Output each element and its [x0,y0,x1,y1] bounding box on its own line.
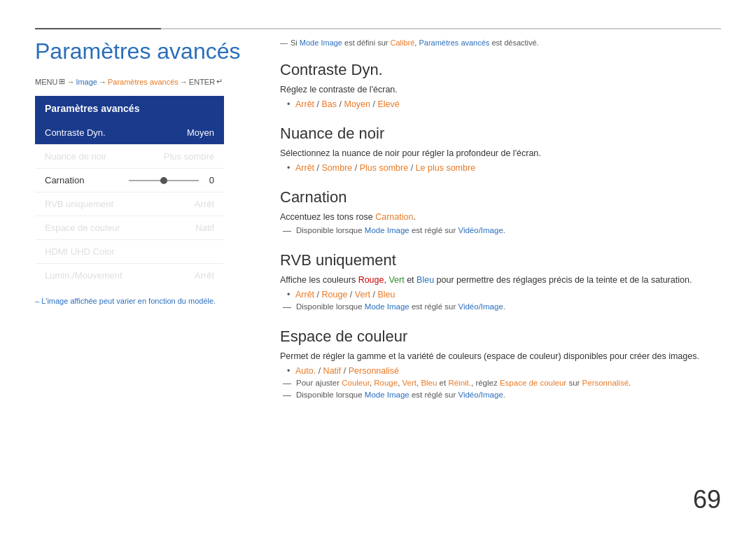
section-rvb-bullets: Arrêt / Rouge / Vert / Bleu [280,290,721,300]
menu-note: – L'image affichée peut varier en foncti… [35,297,248,305]
breadcrumb-params: Paramètres avancés [108,78,178,86]
section-nuance-bullet1: Arrêt / Sombre / Plus sombre / Le plus s… [287,163,721,173]
section-nuance-bullets: Arrêt / Sombre / Plus sombre / Le plus s… [280,163,721,173]
section-carnation-title: Carnation [280,188,721,206]
carnation-link: Carnation [375,212,413,222]
menu-item-nuance-label: Nuance de noir [45,151,106,162]
section-contraste-bullet1: Arrêt / Bas / Moyen / Elevé [287,99,721,109]
carnation-slider-thumb [160,177,167,184]
breadcrumb-image: Image [76,78,97,86]
menu-header: Paramètres avancés [35,96,224,121]
menu-item-espace-value: Natif [195,223,214,233]
breadcrumb-arrow2: → [99,78,106,86]
carnation-slider-track[interactable] [129,180,199,181]
menu-item-contraste-value: Moyen [187,127,214,138]
top-note-calibre: Calibré [390,38,414,47]
page-number: 69 [693,485,721,514]
menu-item-espace[interactable]: Espace de couleur Natif [35,216,224,240]
breadcrumb-enter: ENTER [189,78,215,86]
right-column: — Si Mode Image est défini sur Calibré, … [280,38,721,416]
section-nuance-desc: Sélectionnez la nuance de noir pour régl… [280,147,721,160]
section-nuance-title: Nuance de noir [280,125,721,143]
menu-item-nuance[interactable]: Nuance de noir Plus sombre [35,145,224,169]
menu-item-nuance-value: Plus sombre [164,151,214,162]
menu-item-lumin[interactable]: Lumin./Mouvement Arrêt [35,264,224,287]
left-column: Paramètres avancés MENU ⊞ → Image → Para… [35,38,248,305]
menu-item-rvb[interactable]: RVB uniquement Arrêt [35,192,224,216]
top-note-params: Paramètres avancés [419,38,489,47]
menu-item-rvb-value: Arrêt [195,199,214,209]
section-rvb-bullet1: Arrêt / Rouge / Vert / Bleu [287,290,721,300]
section-espace-note2: — Disponible lorsque Mode Image est régl… [280,391,721,400]
breadcrumb-arrow1: → [66,78,74,86]
breadcrumb-icon1: ⊞ [59,77,65,86]
menu-item-carnation-label: Carnation [45,175,84,185]
section-carnation-note: — Disponible lorsque Mode Image est régl… [280,226,721,236]
section-contraste-title: Contraste Dyn. [280,61,721,79]
page-title: Paramètres avancés [35,38,248,64]
section-contraste: Contraste Dyn. Réglez le contraste de l'… [280,61,721,109]
menu-item-espace-label: Espace de couleur [45,223,120,233]
menu-item-lumin-label: Lumin./Mouvement [45,270,122,281]
top-note-text: Si Mode Image est défini sur Calibré, Pa… [290,38,539,47]
menu-item-hdmi[interactable]: HDMI UHD Color [35,240,224,264]
breadcrumb-enter-icon: ↵ [216,77,223,86]
breadcrumb-arrow3: → [180,78,188,86]
section-espace-bullet1: Auto. / Natif / Personnalisé [287,366,721,376]
section-espace-title: Espace de couleur [280,328,721,346]
section-nuance: Nuance de noir Sélectionnez la nuance de… [280,125,721,173]
section-rvb-note: — Disponible lorsque Mode Image est régl… [280,302,721,312]
section-carnation: Carnation Accentuez les tons rose Carnat… [280,188,721,237]
menu-item-hdmi-label: HDMI UHD Color [45,246,115,257]
top-note-mode-image: Mode Image [300,38,342,47]
section-contraste-desc: Réglez le contraste de l'écran. [280,83,721,97]
menu-item-carnation[interactable]: Carnation 0 [35,169,224,192]
breadcrumb: MENU ⊞ → Image → Paramètres avancés → EN… [35,77,248,86]
section-contraste-bullets: Arrêt / Bas / Moyen / Elevé [280,99,721,109]
top-accent-line [35,28,161,29]
menu-item-contraste[interactable]: Contraste Dyn. Moyen [35,121,224,145]
section-espace-desc: Permet de régler la gamme et la variété … [280,350,721,363]
section-rvb-title: RVB uniquement [280,251,721,269]
menu-item-lumin-value: Arrêt [195,270,214,281]
top-note: — Si Mode Image est défini sur Calibré, … [280,38,721,47]
menu-item-contraste-label: Contraste Dyn. [45,127,106,138]
carnation-slider-container: 0 [129,175,214,185]
carnation-slider-value: 0 [203,175,214,185]
section-carnation-desc: Accentuez les tons rose Carnation. [280,211,721,224]
section-espace-bullets: Auto. / Natif / Personnalisé [280,366,721,376]
section-espace: Espace de couleur Permet de régler la ga… [280,328,721,400]
menu-item-rvb-label: RVB uniquement [45,199,113,209]
breadcrumb-menu: MENU [35,78,57,86]
top-note-dash: — [280,38,288,47]
section-rvb-desc: Affiche les couleurs Rouge, Vert et Bleu… [280,274,721,287]
menu-box: Paramètres avancés Contraste Dyn. Moyen … [35,96,224,287]
section-rvb: RVB uniquement Affiche les couleurs Roug… [280,251,721,312]
section-espace-note1: — Pour ajuster Couleur, Rouge, Vert, Ble… [280,379,721,388]
